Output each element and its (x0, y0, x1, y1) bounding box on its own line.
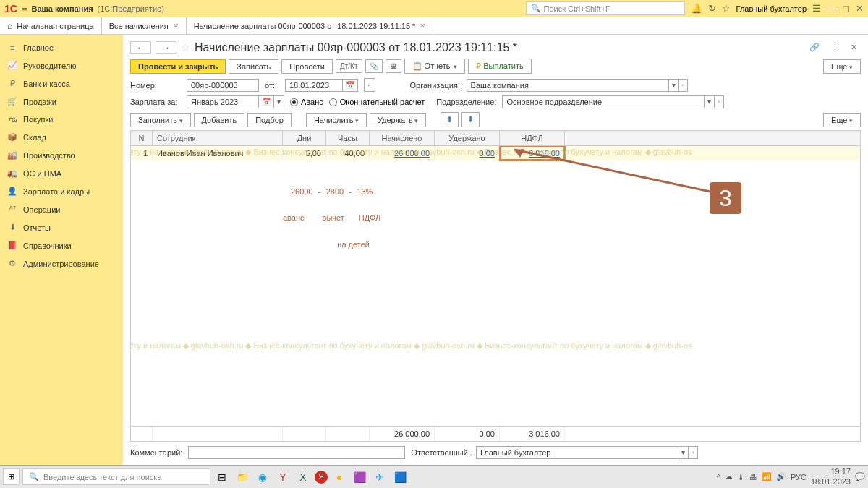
printer-icon[interactable]: 🖶 (749, 473, 757, 481)
sidebar-item[interactable]: 🏭Производство (0, 146, 123, 164)
pay-button[interactable]: Выплатить (468, 59, 532, 74)
maximize-icon[interactable]: ◻ (842, 3, 850, 14)
close-icon[interactable]: ✕ (173, 22, 179, 30)
number-field[interactable] (187, 79, 259, 92)
move-up-button[interactable]: ⬆ (441, 112, 459, 127)
tab-all-accruals[interactable]: Все начисления✕ (102, 17, 187, 34)
advance-radio[interactable]: Аванс (290, 98, 323, 106)
open-icon[interactable]: ▫ (689, 446, 698, 459)
close-doc-icon[interactable]: ✕ (847, 40, 861, 54)
print-icon[interactable]: 🖶 (386, 59, 401, 73)
sidebar-item[interactable]: 👤Зарплата и кадры (0, 182, 123, 200)
history-icon[interactable]: ↻ (708, 3, 716, 14)
ya-icon[interactable]: Я (315, 471, 328, 484)
deduct-button[interactable]: Удержать (370, 113, 426, 127)
close-icon[interactable]: ✕ (856, 3, 864, 14)
sidebar-item[interactable]: 📦Склад (0, 128, 123, 146)
select-icon[interactable]: ▾ (669, 79, 679, 92)
form-icon[interactable]: ▫ (364, 78, 375, 92)
start-button[interactable]: ⊞ (3, 468, 20, 485)
minimize-icon[interactable]: — (827, 3, 836, 14)
global-search[interactable]: 🔍Поиск Ctrl+Shift+F (526, 1, 685, 15)
post-button[interactable]: Провести (281, 59, 333, 74)
telegram-icon[interactable]: ✈ (371, 468, 388, 486)
pick-button[interactable]: Подбор (247, 113, 292, 127)
lang-indicator[interactable]: РУС (791, 473, 807, 481)
col-hours[interactable]: Часы (326, 131, 370, 145)
post-close-button[interactable]: Провести и закрыть (130, 59, 226, 74)
yandex-icon[interactable]: Y (274, 468, 292, 486)
wifi-icon[interactable]: 📶 (762, 472, 772, 481)
dtkt-icon[interactable]: Дт/Кт (336, 59, 362, 73)
temp-icon[interactable]: 🌡 (737, 473, 745, 481)
sidebar-item[interactable]: 🛒Продажи (0, 93, 123, 111)
period-field[interactable] (187, 95, 259, 108)
win-search[interactable]: 🔍Введите здесь текст для поиска (22, 468, 210, 485)
sidebar-item[interactable]: 📈Руководителю (0, 56, 123, 74)
cell-accrued[interactable]: 26 000,00 (370, 146, 435, 160)
save-button[interactable]: Записать (229, 59, 278, 74)
calendar-icon[interactable]: 📅 (343, 79, 358, 92)
sidebar-item[interactable]: 🛍Покупки (0, 111, 123, 128)
tab-home[interactable]: Начальная страница (0, 17, 102, 34)
taskview-icon[interactable]: ⊟ (213, 468, 231, 486)
favorite-icon[interactable]: ☆ (181, 42, 190, 53)
col-tax[interactable]: НДФЛ (500, 131, 565, 145)
accrue-button[interactable]: Начислить (306, 113, 367, 127)
sidebar-item[interactable]: ⚙Администрирование (0, 254, 123, 273)
final-radio[interactable]: Окончательный расчет (329, 98, 425, 106)
back-button[interactable]: ← (130, 41, 151, 54)
dropdown-icon[interactable]: ▾ (274, 95, 284, 108)
settings-icon[interactable]: ☰ (812, 3, 821, 14)
open-icon[interactable]: ▫ (679, 79, 689, 92)
sidebar-item[interactable]: 📕Справочники (0, 236, 123, 254)
sidebar-item[interactable]: ₽Банк и касса (0, 74, 123, 93)
more-button[interactable]: Еще (823, 59, 861, 74)
app2-icon[interactable]: 🟦 (391, 468, 409, 486)
table-more-button[interactable]: Еще (823, 113, 861, 127)
select-icon[interactable]: ▾ (705, 95, 715, 108)
notifications-icon[interactable]: 💬 (855, 472, 865, 481)
menu-icon[interactable]: ≡ (22, 3, 27, 14)
tab-active-doc[interactable]: Начисление зарплаты 00яр-000003 от 18.01… (187, 17, 434, 34)
star-icon[interactable]: ☆ (722, 3, 731, 14)
sidebar-item[interactable]: ᴬᵀОперации (0, 200, 123, 218)
forward-button[interactable]: → (156, 41, 176, 54)
cell-tax[interactable]: 3 016,00 (500, 146, 565, 160)
1c-icon[interactable]: ● (331, 468, 348, 486)
col-n[interactable]: N (131, 131, 153, 145)
sidebar-item[interactable]: ≡Главное (0, 39, 123, 56)
open-icon[interactable]: ▫ (715, 95, 724, 108)
cell-deducted[interactable]: 0,00 (435, 146, 500, 160)
col-days[interactable]: Дни (283, 131, 326, 145)
move-down-button[interactable]: ⬇ (461, 112, 480, 127)
table-row[interactable]: 1 Иванов Иван Иванович 5,00 40,00 26 000… (131, 146, 860, 160)
excel-icon[interactable]: X (294, 468, 312, 486)
comment-field[interactable] (188, 446, 405, 459)
col-employee[interactable]: Сотрудник (153, 131, 283, 145)
calendar-icon[interactable]: 📅 (259, 95, 274, 108)
attach-icon[interactable]: 📎 (365, 59, 383, 73)
add-button[interactable]: Добавить (194, 113, 245, 127)
app-icon[interactable]: 🟪 (351, 468, 368, 486)
cloud-icon[interactable]: ☁ (725, 472, 733, 481)
more-icon[interactable]: ⋮ (827, 40, 843, 54)
bell-icon[interactable]: 🔔 (691, 3, 702, 14)
resp-field[interactable] (476, 446, 678, 459)
clock[interactable]: 19:1718.01.2023 (811, 467, 851, 486)
open-link-icon[interactable]: 🔗 (806, 40, 823, 54)
close-icon[interactable]: ✕ (420, 22, 425, 30)
sound-icon[interactable]: 🔊 (776, 472, 786, 481)
dept-field[interactable] (502, 95, 705, 108)
col-accrued[interactable]: Начислено (370, 131, 435, 145)
chevron-up-icon[interactable]: ^ (717, 473, 720, 481)
select-icon[interactable]: ▾ (678, 446, 689, 459)
sidebar-item[interactable]: ⬇Отчеты (0, 218, 123, 236)
user-name[interactable]: Главный бухгалтер (736, 4, 807, 13)
org-field[interactable] (467, 79, 669, 92)
edge-icon[interactable]: ◉ (254, 468, 271, 486)
fill-button[interactable]: Заполнить (130, 113, 191, 127)
date-field[interactable] (285, 79, 343, 92)
sidebar-item[interactable]: 🚛ОС и НМА (0, 164, 123, 182)
col-deducted[interactable]: Удержано (435, 131, 500, 145)
